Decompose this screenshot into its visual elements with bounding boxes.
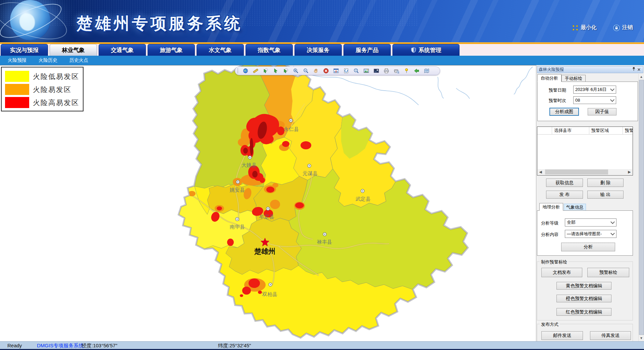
export-button[interactable]: 输 出 [587, 191, 624, 199]
warn-time-select[interactable]: 08 [573, 96, 616, 104]
publish-group-title: 发布方式 [540, 321, 560, 328]
ruler-icon[interactable] [253, 68, 258, 73]
tab-realtime-forecast[interactable]: 实况与预报 [1, 44, 48, 56]
select-polygon-icon[interactable] [263, 68, 268, 73]
table-col-warn: 预警 [623, 127, 633, 134]
analyze-map-button[interactable]: 分析成图 [549, 108, 579, 116]
hscroll-thumb[interactable] [545, 169, 608, 174]
warn-time-label: 预警时次 [549, 98, 566, 104]
main-nav: 实况与预报 林业气象 交通气象 旅游气象 水文气象 指数气象 决策服务 服务产品… [0, 44, 644, 56]
tab-weather-info[interactable]: 气象信息 [564, 204, 586, 211]
status-bar: Ready DMGIS专项服务系统 经度:103°56'57" 纬度:25°32… [0, 341, 644, 350]
county-label: 永仁县 [284, 126, 299, 132]
identify-icon[interactable]: ? [354, 68, 359, 73]
publish-button[interactable]: 发 布 [546, 191, 583, 199]
county-label: 双柏县 [262, 291, 277, 297]
image-icon[interactable] [364, 68, 369, 73]
county-label: 姚安县 [230, 187, 245, 193]
yellow-doc-button[interactable]: 黄色预警文档编辑 [556, 282, 611, 290]
plot-group-title: 制作预警标绘 [540, 259, 569, 265]
svg-text:?: ? [355, 69, 357, 72]
tab-service-products[interactable]: 服务产品 [343, 44, 391, 56]
select-arrow-icon[interactable] [273, 68, 278, 73]
pan-hand-icon[interactable] [313, 68, 319, 73]
get-info-button[interactable]: 获取信息 [546, 179, 583, 187]
scroll-down-icon[interactable]: ▼ [639, 336, 644, 341]
map-sheet-icon[interactable] [424, 68, 429, 73]
tab-decision-service[interactable]: 决策服务 [294, 44, 342, 56]
scroll-right-icon[interactable]: ▶ [627, 169, 632, 175]
map-toolbar: ? [235, 66, 440, 75]
fire-forecast-panel: 森林火险预报 ✕ ▲ ▼ 自动分析 手动标绘 预警日期 2023年 6月16日 … [536, 65, 644, 341]
analysis-content-select[interactable]: —请选择地理图层- [565, 230, 616, 238]
email-send-button[interactable]: 邮件发送 [541, 331, 583, 340]
close-icon[interactable]: ✕ [636, 67, 642, 72]
zoom-in-icon[interactable] [293, 68, 299, 73]
doc-publish-button[interactable]: 文档发布 [541, 268, 582, 277]
analysis-level-select[interactable]: 全部 [565, 218, 616, 227]
back-arrow-icon[interactable] [414, 68, 419, 73]
fax-send-button[interactable]: 传真发送 [590, 331, 631, 340]
scroll-up-icon[interactable]: ▲ [639, 74, 644, 80]
county-label: 大姚县 [241, 162, 257, 168]
globe-logo-icon [10, 0, 50, 40]
chart-window-icon[interactable] [333, 68, 339, 73]
chevron-down-icon [610, 97, 614, 102]
analyze-button[interactable]: 分析 [561, 243, 615, 251]
tab-tourism-weather[interactable]: 旅游气象 [148, 44, 195, 56]
status-longitude: 经度:103°56'57" [82, 343, 117, 349]
warning-table[interactable]: 选择县市 预警区域 预警 ◀ ▶ [537, 127, 633, 176]
globe-icon[interactable] [243, 68, 248, 73]
toolbar-grip[interactable] [237, 68, 239, 73]
tab-traffic-weather[interactable]: 交通气象 [99, 44, 146, 56]
clear-icon[interactable] [323, 68, 329, 73]
app-window: 楚雄州专项服务系统 最小化 注销 实况与预报 林业气象 交通气象 旅游气象 水文… [0, 0, 644, 350]
legend-swatch-low [5, 71, 29, 82]
minimize-button[interactable]: 最小化 [572, 24, 597, 31]
county-label: 南华县 [230, 224, 245, 230]
minimize-icon [572, 25, 578, 31]
warn-date-label: 预警日期 [549, 87, 566, 93]
tab-forestry-weather[interactable]: 林业气象 [50, 44, 97, 56]
red-doc-button[interactable]: 红色预警文档编辑 [556, 308, 611, 316]
pin-icon[interactable] [631, 67, 636, 72]
status-system-link[interactable]: DMGIS专项服务系统 [37, 343, 84, 349]
legend-swatch-high [5, 97, 29, 108]
delete-button[interactable]: 删 除 [587, 179, 624, 187]
scroll-thumb[interactable] [639, 80, 644, 335]
subnav-fire-history[interactable]: 火险历史 [39, 57, 57, 63]
logout-button[interactable]: 注销 [613, 24, 633, 31]
tab-auto-analysis[interactable]: 自动分析 [537, 74, 561, 82]
fire-risk-map: 永仁县 元谋县 大姚县 姚安县 南华县 牟定县 武定县 禄丰县 双柏县 楚雄州 [141, 65, 536, 341]
lock-icon [613, 24, 620, 31]
status-ready: Ready [7, 343, 22, 348]
tab-geo-analysis[interactable]: 地理分析 [539, 203, 563, 211]
subnav-history-firepoints[interactable]: 历史火点 [69, 57, 88, 63]
table-hscrollbar[interactable]: ◀ ▶ [538, 169, 632, 175]
analysis-level-label: 分析等级 [541, 220, 558, 226]
warn-plot-button[interactable]: 预警标绘 [587, 268, 629, 277]
print-icon[interactable] [384, 68, 389, 73]
subnav-fire-forecast[interactable]: 火险预报 [8, 57, 26, 63]
tab-system-management[interactable]: 系统管理 [392, 44, 460, 56]
print-preview-icon[interactable] [394, 68, 399, 73]
factor-value-button[interactable]: 因子值 [588, 108, 616, 115]
legend-item: 火险低易发区 [5, 71, 83, 82]
logout-label: 注销 [622, 24, 633, 31]
county-label: 禄丰县 [317, 239, 332, 245]
orange-doc-button[interactable]: 橙色预警文档编辑 [556, 295, 611, 302]
refresh-icon[interactable] [343, 68, 349, 73]
scroll-left-icon[interactable]: ◀ [538, 169, 543, 175]
pin-marker-icon[interactable] [404, 68, 409, 73]
night-image-icon[interactable] [374, 68, 379, 73]
tab-manual-plot[interactable]: 手动标绘 [561, 75, 586, 82]
sub-nav: 火险预报 火险历史 历史火点 [0, 56, 644, 65]
map-viewport[interactable]: 永仁县 元谋县 大姚县 姚安县 南华县 牟定县 武定县 禄丰县 双柏县 楚雄州 [141, 65, 536, 341]
zoom-out-icon[interactable] [303, 68, 309, 73]
tab-hydrology-weather[interactable]: 水文气象 [197, 44, 244, 56]
panel-scrollbar[interactable]: ▲ ▼ [638, 74, 644, 341]
warn-date-select[interactable]: 2023年 6月16日 [573, 86, 616, 94]
panel-title: 森林火险预报 [539, 67, 631, 72]
tab-index-weather[interactable]: 指数气象 [246, 44, 293, 56]
select-circle-icon[interactable] [283, 68, 288, 73]
